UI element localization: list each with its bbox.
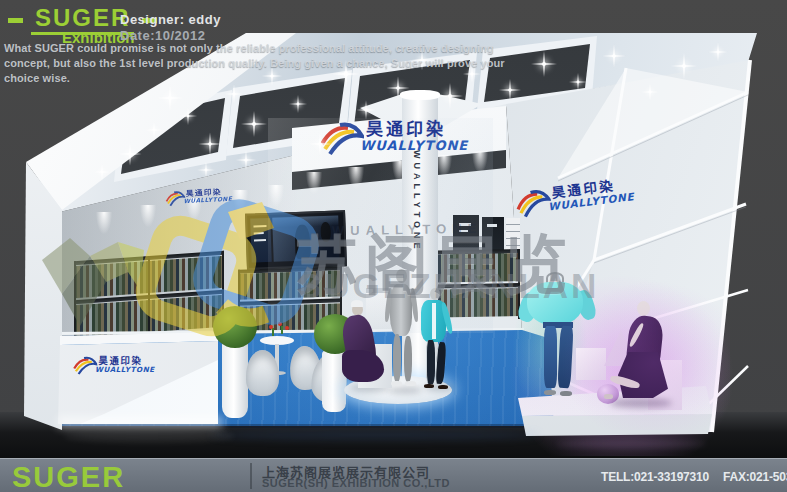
ceiling-light-sparkle	[471, 73, 474, 76]
rack-rail	[74, 251, 224, 265]
display-platform-right-top	[0, 0, 787, 492]
mannequin-seated-gown	[340, 313, 379, 369]
ceiling-light-sparkle	[205, 169, 208, 172]
figure-shadow	[424, 384, 454, 391]
brand-name-en: WUALLYTONE	[548, 190, 635, 212]
flower	[285, 326, 289, 330]
column-cap	[400, 90, 440, 100]
expo-hall-floor	[0, 412, 787, 458]
ceiling-light-sparkle	[153, 129, 156, 132]
watermark-logo-icon	[32, 198, 352, 346]
ceiling-skylight	[0, 0, 787, 492]
fabric-samples-row	[408, 288, 520, 318]
table-base	[268, 371, 286, 375]
green-backlight	[512, 282, 588, 414]
outfit-jeans-leg	[557, 326, 573, 389]
guest-chair	[246, 350, 279, 396]
fabric-rack	[408, 249, 520, 321]
ceiling-lights	[0, 0, 787, 492]
topiary-plant	[213, 306, 257, 348]
brand-name-cn: 昊通印染	[550, 174, 616, 202]
mannequin-teal-pants	[435, 342, 447, 385]
mannequin-teal-pants	[426, 340, 435, 384]
ceiling-light-sparkle	[448, 94, 452, 98]
outfit-shoe	[544, 390, 556, 395]
flower	[278, 322, 282, 326]
mannequin-standing-leg	[404, 336, 412, 382]
outfit-sleeve	[574, 288, 598, 321]
mannequin-seated-cap	[351, 300, 363, 307]
flower-stem	[281, 326, 283, 334]
poster-banner	[453, 215, 479, 261]
floor-reflection	[556, 440, 706, 448]
prop-sphere	[597, 384, 619, 404]
brand-swoosh-icon	[318, 114, 364, 156]
ceiling-light-sparkle	[297, 103, 300, 106]
ceiling-light-sparkle	[270, 74, 273, 77]
floor-reflection	[64, 430, 234, 442]
banner-mark	[487, 224, 497, 227]
design-board: WUALLYTONE 昊通印染 WUALLYTONE WUALLYTONE 昊通…	[0, 0, 787, 492]
guest-chair	[289, 345, 323, 391]
ceiling-skylight	[0, 0, 787, 492]
brand-swoosh-icon	[512, 182, 553, 220]
column-wing	[0, 0, 787, 492]
designer-label: Designer: eddy	[120, 12, 221, 27]
ceiling-light-sparkle	[420, 58, 423, 61]
screen-sidebar	[250, 218, 272, 263]
rack-rail	[408, 249, 520, 255]
ceiling-beam-frame	[0, 0, 787, 492]
outfit-shoe	[560, 391, 572, 396]
figure-shadow	[350, 384, 390, 392]
fabric-samples-row	[238, 303, 342, 333]
mannequin-evening-torso	[625, 314, 664, 367]
floor-reflection	[210, 430, 540, 440]
footer-fax: FAX:021-5034505	[723, 470, 787, 484]
footer-tel: TELL:021-33197310	[601, 470, 709, 484]
ceiling-light-sparkle	[168, 96, 172, 100]
ceiling-beam-frame	[0, 0, 787, 492]
ceiling-light-sparkle	[508, 88, 511, 91]
wall-downlight	[306, 172, 322, 194]
display-platform-right-front	[0, 0, 787, 492]
mannequin-teal-head	[430, 288, 440, 300]
wall-downlights	[0, 0, 787, 492]
booth-render: WUALLYTONE 昊通印染 WUALLYTONE WUALLYTONE 昊通…	[0, 0, 787, 492]
rack-post	[238, 270, 240, 334]
fabric-samples-row	[408, 253, 520, 283]
prop-cone	[0, 0, 787, 492]
fabric-samples-row	[74, 256, 224, 298]
info-list-panel	[506, 218, 520, 268]
left-outer-wall	[0, 0, 787, 492]
ceiling-light-sparkle	[365, 109, 368, 112]
mannequin-teal-shirt	[432, 303, 436, 339]
mannequin-standing-leg	[393, 334, 401, 382]
ceiling-light-sparkle	[252, 122, 256, 126]
brand-swoosh-icon	[72, 352, 97, 375]
date-label: Date:10/2012	[120, 28, 206, 43]
cafe-table	[260, 336, 294, 345]
platform-purple-tint	[0, 0, 787, 492]
logo-brand-text: SUGER	[31, 6, 134, 35]
brand-name-en: WUALLYTONE	[360, 138, 468, 153]
wall-downlight	[268, 185, 284, 207]
mannequin-standing-torso	[390, 284, 412, 336]
desk-underglow	[58, 417, 222, 427]
wall-downlight	[96, 212, 112, 234]
wall-skirting	[58, 328, 524, 335]
rack-rail	[74, 290, 224, 304]
planter	[222, 340, 248, 418]
carpet-front-edge	[56, 424, 556, 428]
watermark-text-en: SUGEZHANLAN	[298, 266, 599, 306]
rack-post	[222, 251, 224, 329]
logo-dash-icon	[142, 18, 157, 23]
mannequin-standing-shoe	[405, 381, 416, 386]
topiary-plant	[314, 314, 356, 354]
ceiling-light-sparkle	[717, 51, 720, 54]
ceiling-light-sparkle	[128, 152, 132, 156]
brand-logo-desk: 昊通印染 WUALLYTONE	[72, 352, 149, 377]
header-board	[0, 0, 787, 492]
rack-rail	[408, 283, 520, 289]
rack-post	[518, 249, 520, 319]
reception-desk-top	[0, 0, 787, 492]
